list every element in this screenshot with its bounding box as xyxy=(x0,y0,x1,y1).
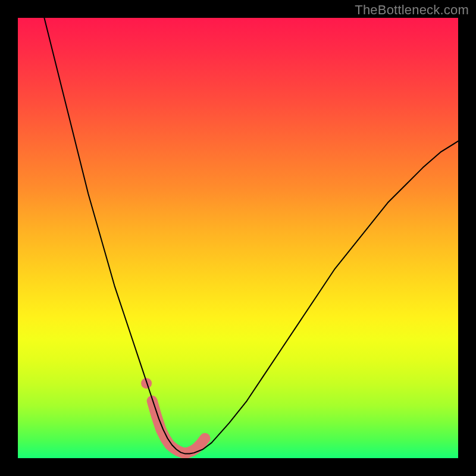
bottleneck-curve xyxy=(44,18,458,454)
chart-frame: TheBottleneck.com xyxy=(0,0,476,476)
watermark-text: TheBottleneck.com xyxy=(355,2,469,18)
chart-svg xyxy=(18,18,458,458)
highlight-band xyxy=(152,401,205,453)
plot-area xyxy=(18,18,458,458)
